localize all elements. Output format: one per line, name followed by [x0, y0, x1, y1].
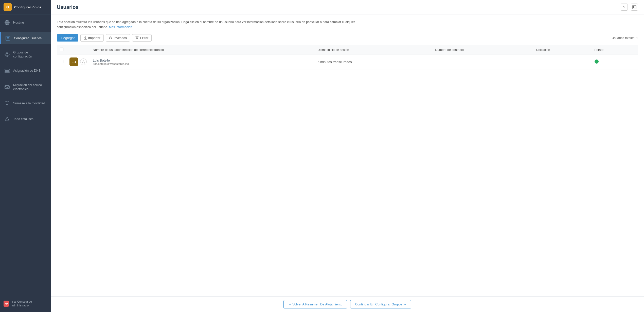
- import-icon: [84, 36, 87, 40]
- svg-point-28: [111, 37, 112, 38]
- help-icon: ?: [623, 5, 625, 9]
- sidebar-item-label: Migración del correo electrónico: [13, 83, 47, 91]
- svg-point-12: [9, 54, 10, 55]
- row-checkbox[interactable]: [60, 60, 63, 63]
- table-row: LB Luis Botello luis.botello@wasdstores: [57, 54, 638, 69]
- next-button[interactable]: Continuar En Configurar Grupos →: [350, 300, 411, 308]
- col-last-login: Último inicio de sesión: [314, 45, 432, 54]
- svg-rect-23: [633, 5, 636, 9]
- hosting-icon: [4, 19, 11, 26]
- description-text: Esta sección muestra los usuarios que se…: [57, 19, 361, 30]
- svg-rect-25: [635, 6, 635, 7]
- svg-point-11: [5, 54, 6, 55]
- svg-point-10: [7, 56, 8, 57]
- configurar-usuarios-icon: [4, 35, 11, 42]
- back-button[interactable]: ← Volver A Resumen De Alojamiento: [283, 300, 347, 308]
- svg-point-15: [6, 69, 6, 70]
- sidebar-item-configurar-usuarios[interactable]: Configurar usuarios: [0, 32, 51, 44]
- status-active-badge: [595, 60, 599, 64]
- main-content: Esta sección muestra los usuarios que se…: [51, 14, 644, 296]
- sidebar-item-label: Grupos de configuración: [13, 50, 47, 59]
- admin-console-link[interactable]: Ir al Consola de administración: [4, 298, 47, 309]
- col-status: Estado: [592, 45, 638, 54]
- svg-rect-17: [5, 86, 9, 89]
- toolbar: + Agregar Importar Invitados: [57, 34, 638, 42]
- col-contact: Número de contacto: [432, 45, 533, 54]
- sidebar-nav: Hosting Configurar usuarios: [0, 14, 51, 295]
- row-contact-cell: [432, 54, 533, 69]
- sidebar-item-grupos[interactable]: Grupos de configuración: [0, 48, 51, 61]
- row-avatar-cell: LB: [66, 54, 90, 69]
- dns-icon: [4, 67, 11, 74]
- col-avatar: [66, 45, 90, 54]
- filter-button[interactable]: Filtrar: [132, 34, 152, 42]
- svg-point-9: [7, 52, 8, 53]
- guests-button[interactable]: Invitados: [106, 34, 130, 42]
- svg-point-20: [7, 105, 7, 105]
- account-button[interactable]: [631, 4, 638, 11]
- sidebar-item-dns[interactable]: Asignación de DNS: [0, 65, 51, 77]
- svg-rect-26: [635, 7, 635, 8]
- header-icons: ?: [621, 4, 638, 11]
- guests-icon: [109, 36, 112, 40]
- main-panel: Usuarios ? Esta sección muestra los usua…: [51, 0, 644, 312]
- col-checkbox: [57, 45, 66, 54]
- sidebar-item-hosting[interactable]: Hosting: [0, 16, 51, 29]
- sidebar-item-todo-listo[interactable]: Todo está listo: [0, 113, 51, 125]
- table-header: Nombre de usuario/dirección de correo el…: [57, 45, 638, 54]
- account-icon: [632, 5, 636, 9]
- sidebar-item-label: Configurar usuarios: [14, 36, 42, 40]
- row-checkbox-cell: [57, 54, 66, 69]
- svg-rect-24: [633, 6, 634, 8]
- sidebar-item-migracion[interactable]: Migración del correo electrónico: [0, 81, 51, 94]
- movilidad-icon: [4, 100, 11, 107]
- grupos-icon: [4, 51, 11, 58]
- users-table: Nombre de usuario/dirección de correo el…: [57, 45, 638, 69]
- app-logo: ⚙: [4, 3, 12, 11]
- filter-icon: [135, 36, 139, 40]
- user-avatar: LB: [69, 57, 78, 66]
- admin-console-icon: [4, 301, 9, 307]
- sidebar-item-label: Todo está listo: [13, 117, 33, 121]
- main-header: Usuarios ?: [51, 0, 644, 14]
- user-person-icon: [80, 58, 87, 65]
- page-title: Usuarios: [57, 4, 79, 10]
- app-title: Configuración de ...: [14, 5, 45, 9]
- sidebar-item-movilidad[interactable]: Súmese a la movilidad: [0, 97, 51, 109]
- svg-point-16: [6, 72, 6, 72]
- add-button[interactable]: + Agregar: [57, 34, 78, 42]
- svg-point-7: [6, 53, 8, 55]
- col-username: Nombre de usuario/dirección de correo el…: [90, 45, 314, 54]
- main-footer: ← Volver A Resumen De Alojamiento Contin…: [51, 296, 644, 312]
- table-body: LB Luis Botello luis.botello@wasdstores: [57, 54, 638, 69]
- svg-rect-14: [5, 71, 9, 73]
- sidebar-item-label: Hosting: [13, 21, 24, 25]
- svg-point-22: [7, 120, 7, 121]
- user-email: luis.botello@wasdstores.xyz: [93, 62, 311, 65]
- row-location-cell: [533, 54, 591, 69]
- col-location: Ubicación: [533, 45, 591, 54]
- select-all-checkbox[interactable]: [60, 48, 63, 51]
- sidebar-item-label: Súmese a la movilidad: [13, 101, 45, 105]
- svg-point-8: [5, 52, 9, 56]
- row-status-cell: [592, 54, 638, 69]
- migracion-icon: [4, 84, 11, 91]
- sidebar-header: ⚙ Configuración de ...: [0, 0, 51, 14]
- svg-rect-13: [5, 69, 9, 70]
- admin-console-label: Ir al Consola de administración: [11, 300, 47, 307]
- sidebar-item-label: Asignación de DNS: [13, 69, 41, 73]
- help-button[interactable]: ?: [621, 4, 628, 11]
- svg-point-27: [110, 37, 111, 38]
- todo-listo-icon: [4, 115, 11, 123]
- sidebar: ⚙ Configuración de ... Hosting: [0, 0, 51, 312]
- sidebar-bottom: Ir al Consola de administración: [0, 295, 51, 312]
- total-users-count: Usuarios totales: 1: [612, 36, 638, 40]
- import-button[interactable]: Importar: [80, 34, 104, 42]
- user-name: Luis Botello: [93, 58, 311, 62]
- svg-point-29: [83, 61, 84, 62]
- row-last-login-cell: 5 minutos transcurridos: [314, 54, 432, 69]
- row-username-cell[interactable]: Luis Botello luis.botello@wasdstores.xyz: [90, 54, 314, 69]
- more-info-link[interactable]: Más información: [109, 25, 132, 29]
